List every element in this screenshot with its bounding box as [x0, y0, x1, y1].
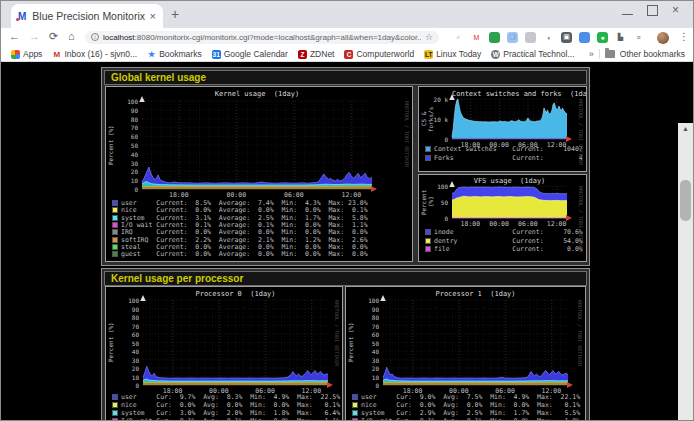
scroll-up-arrow[interactable]: ▲ — [678, 123, 693, 135]
browser-toolbar: ← → ⟳ ⌂ i localhost:8080/monitorix-cgi/m… — [1, 28, 693, 47]
y-tick-label: 70 — [357, 323, 379, 330]
speaker-icon[interactable]: ◖ — [543, 32, 554, 43]
bookmark-item[interactable]: CComputerworld — [344, 49, 414, 59]
y-axis-label: Percent (%) — [107, 101, 114, 189]
bookmark-item[interactable]: ZZDNet — [298, 49, 335, 59]
browser-menu-icon[interactable]: ⋮ — [679, 31, 689, 42]
tab-title: Blue Precision Monitorix — [32, 10, 145, 22]
url-text: localhost:8080/monitorix-cgi/monitorix.c… — [103, 33, 421, 42]
bookmark-label: Bookmarks — [159, 49, 202, 59]
legend-row: guest Current: 0.0% Average: 0.0% Min: 0… — [112, 250, 368, 258]
kernel-usage-graph[interactable]: Kernel usage (1day)Percent (%)0102030405… — [105, 86, 413, 262]
dark-square-icon[interactable]: ▣ — [561, 32, 572, 43]
home-button[interactable]: ⌂ — [68, 30, 75, 42]
legend-color-swatch — [112, 237, 118, 243]
bookmarks-overflow-chevron[interactable]: » — [589, 49, 594, 59]
x-tick-label: 00:00 — [485, 220, 513, 228]
legend-color-swatch — [352, 394, 358, 400]
bookmark-label: Apps — [23, 49, 42, 59]
y-tick-label: 50 — [426, 199, 448, 206]
legend-color-swatch — [425, 155, 431, 161]
bookmark-item[interactable]: LTLinux Today — [424, 49, 481, 59]
divider — [599, 49, 600, 59]
address-bar[interactable]: i localhost:8080/monitorix-cgi/monitorix… — [85, 31, 439, 44]
page-content: Global kernel usage Kernel usage per pro… — [1, 62, 693, 421]
legend-row: inode Current: 70.6% — [425, 228, 583, 236]
graph-title: Processor 1 (1day) — [383, 290, 568, 298]
gray-card-icon[interactable] — [525, 32, 536, 43]
reload-button[interactable]: ⟳ — [49, 30, 58, 43]
new-tab-button[interactable]: + — [171, 6, 179, 22]
legend-text: inode Current: 70.6% — [434, 228, 583, 236]
green-circle-icon[interactable]: ● — [597, 32, 608, 43]
legend-color-swatch — [112, 394, 118, 400]
window-controls: × — [622, 5, 683, 16]
y-tick-label: 0 — [117, 382, 139, 389]
other-bookmarks-button[interactable]: Other bookmarks — [620, 49, 685, 59]
legend-color-swatch — [112, 222, 118, 228]
apps-grid-icon — [11, 50, 20, 59]
section-title: Global kernel usage — [104, 70, 587, 85]
legend-color-swatch — [112, 410, 118, 416]
y-tick-label: 80 — [116, 116, 138, 123]
rrdtool-watermark: RRDTOOL / TOBI OETIKER — [578, 186, 584, 252]
bookmark-item[interactable]: 31Google Calendar — [212, 49, 288, 59]
legend-text: nice Cur: 0.0% Avg: 0.0% Min: 0.0% Max: … — [361, 401, 580, 409]
y-tick-label: 100 — [117, 297, 139, 304]
bookmark-star-icon[interactable]: ☆ — [425, 32, 433, 42]
bookmark-item[interactable]: Apps — [11, 49, 42, 59]
gmail-checker-icon[interactable]: M — [471, 32, 482, 43]
copy-pages-icon[interactable]: ❏ — [507, 32, 518, 43]
bookmark-label: Computerworld — [356, 49, 414, 59]
x-tick-label: 06:00 — [514, 220, 542, 228]
y-tick-label: 0 — [426, 215, 448, 222]
rrdtool-watermark: RRDTOOL / TOBI OETIKER — [334, 300, 340, 366]
y-tick-label: 50 — [357, 340, 379, 347]
y-tick-label: 10 — [117, 374, 139, 381]
window-maximize-button[interactable] — [647, 5, 658, 16]
tab-monitorix[interactable]: M Blue Precision Monitorix × — [11, 4, 163, 28]
legend-color-swatch — [425, 246, 431, 252]
page-info-icon[interactable]: i — [91, 33, 99, 41]
vfs-usage-graph[interactable]: VFS usage (1day)Percent (%)05010018:0000… — [418, 174, 587, 262]
bookmark-item[interactable]: MInbox (16) - sjvn0... — [52, 49, 137, 59]
scrollbar-thumb[interactable] — [680, 180, 691, 221]
tab-close-icon[interactable]: × — [150, 10, 156, 22]
search-icon[interactable]: ⌕ — [453, 32, 464, 43]
legend-text: Context switches Current: 10407 — [434, 145, 583, 153]
tab-list-icon[interactable]: ≡ — [633, 32, 644, 43]
legend-row: system Cur: 2.9% Avg: 2.5% Min: 1.7% Max… — [352, 409, 580, 417]
plot-area — [383, 300, 568, 385]
legend-row: I/O wait Cur: 0.1% Avg: 0.1% Min: 0.0% M… — [112, 417, 340, 421]
processor0-graph[interactable]: Processor 0 (1day)Percent (%)01020304050… — [105, 286, 343, 421]
wordpress-icon: W — [491, 50, 500, 59]
blue-pill-icon[interactable] — [579, 32, 590, 43]
window-close-button[interactable]: × — [672, 5, 683, 16]
monitorix-favicon: M — [18, 11, 26, 22]
bookmark-items: AppsMInbox (16) - sjvn0...★Bookmarks31Go… — [1, 49, 575, 59]
rrdtool-watermark: RRDTOOL / TOBI OETIKER — [577, 300, 583, 366]
legend-row: dentry Current: 54.0% — [425, 237, 583, 245]
y-tick-label: 10 — [116, 177, 138, 184]
computerworld-icon: C — [344, 50, 353, 59]
green-share-icon[interactable] — [489, 32, 500, 43]
legend-text: user Cur: 9.0% Avg: 7.5% Min: 4.9% Max: … — [361, 393, 580, 401]
bookmark-item[interactable]: ★Bookmarks — [147, 49, 202, 59]
bookmark-item[interactable]: WPractical Technol... — [491, 49, 574, 59]
star-icon: ★ — [147, 50, 156, 59]
legend-row: user Cur: 9.0% Avg: 7.5% Min: 4.9% Max: … — [352, 393, 580, 401]
processor1-graph[interactable]: Processor 1 (1day)Percent (%)01020304050… — [345, 286, 586, 421]
forward-button[interactable]: → — [29, 30, 40, 42]
y-tick-label: 100 — [357, 297, 379, 304]
plot-area — [143, 300, 328, 385]
scrollbar[interactable]: ▲ ▼ — [678, 123, 693, 421]
window-minimize-button[interactable] — [622, 7, 633, 15]
y-tick-label: 70 — [116, 124, 138, 131]
context-switches-graph[interactable]: Context switches and forks (1day)CS & fo… — [418, 86, 587, 172]
legend-text: guest Current: 0.0% Average: 0.0% Min: 0… — [121, 250, 368, 258]
y-tick-label: 60 — [357, 331, 379, 338]
y-tick-label: 40 — [357, 348, 379, 355]
back-button[interactable]: ← — [9, 30, 20, 42]
profile-avatar[interactable] — [657, 30, 669, 48]
extensions-puzzle-icon[interactable]: ▙ — [615, 32, 626, 43]
